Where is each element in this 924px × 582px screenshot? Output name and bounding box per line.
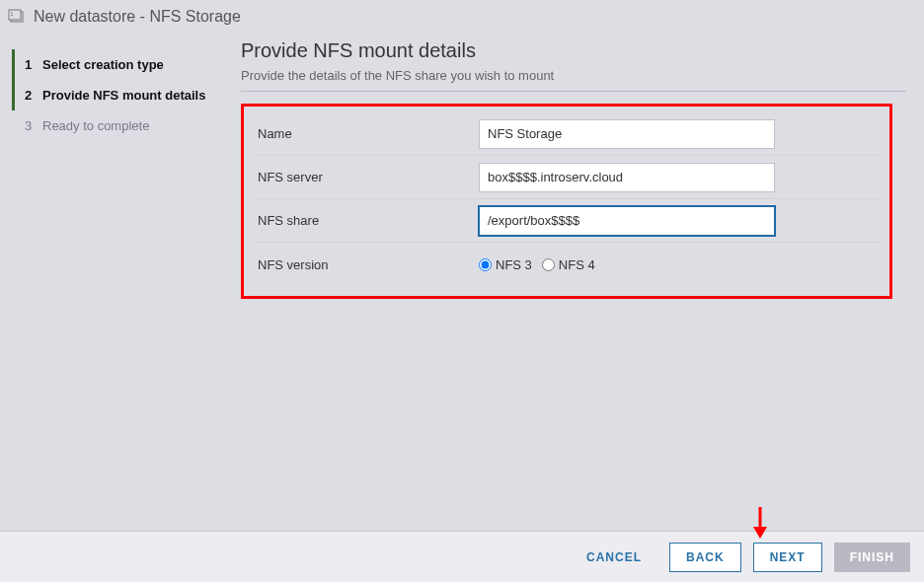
form-row-nfs-share: NFS share: [252, 199, 882, 243]
window-title: New datastore - NFS Storage: [34, 8, 241, 26]
nfs-server-input[interactable]: [479, 163, 775, 192]
svg-rect-1: [9, 10, 21, 20]
svg-point-3: [11, 15, 13, 17]
next-button[interactable]: Next: [753, 543, 822, 572]
nfs-share-input[interactable]: [479, 206, 775, 236]
form-highlight-box: Name NFS server NFS share: [241, 104, 892, 299]
wizard-dialog: New datastore - NFS Storage 1 Select cre…: [0, 0, 924, 582]
step-number: 1: [25, 57, 42, 72]
form-row-nfs-version: NFS version NFS 3 NFS 4: [252, 243, 882, 286]
nfs-version-label: NFS version: [252, 257, 479, 272]
nfs-version-nfs3-label: NFS 3: [496, 257, 532, 272]
form-row-name: Name: [252, 112, 882, 156]
arrow-down-annotation-icon: [750, 505, 770, 542]
step-number: 3: [25, 118, 42, 133]
nfs-version-nfs4-label: NFS 4: [559, 257, 595, 272]
step-label: Provide NFS mount details: [42, 88, 205, 103]
wizard-step-2[interactable]: 2 Provide NFS mount details: [12, 80, 229, 110]
wizard-footer: Cancel Back Next Finish: [0, 531, 924, 582]
svg-point-2: [11, 12, 13, 14]
cancel-button[interactable]: Cancel: [571, 543, 657, 572]
wizard-step-1[interactable]: 1 Select creation type: [12, 49, 229, 80]
nfs-version-nfs4-option[interactable]: NFS 4: [542, 257, 595, 272]
nfs-server-label: NFS server: [252, 170, 479, 184]
titlebar: New datastore - NFS Storage: [0, 0, 924, 32]
back-button[interactable]: Back: [669, 543, 741, 572]
wizard-steps-sidebar: 1 Select creation type 2 Provide NFS mou…: [12, 39, 229, 531]
dialog-body: 1 Select creation type 2 Provide NFS mou…: [0, 32, 924, 531]
finish-button: Finish: [834, 543, 910, 572]
wizard-content: Provide NFS mount details Provide the de…: [241, 39, 912, 531]
step-label: Select creation type: [42, 57, 164, 72]
nfs-version-nfs3-radio[interactable]: [479, 258, 492, 271]
form-row-nfs-server: NFS server: [252, 156, 882, 199]
page-subtitle: Provide the details of the NFS share you…: [241, 68, 906, 92]
nfs-version-nfs4-radio[interactable]: [542, 258, 555, 271]
wizard-step-3[interactable]: 3 Ready to complete: [12, 110, 229, 141]
name-input[interactable]: [479, 119, 775, 149]
name-label: Name: [252, 126, 479, 141]
datastore-stack-icon: [8, 9, 26, 25]
nfs-share-label: NFS share: [252, 213, 479, 228]
step-number: 2: [25, 88, 42, 103]
nfs-version-nfs3-option[interactable]: NFS 3: [479, 257, 532, 272]
step-label: Ready to complete: [42, 118, 149, 133]
page-heading: Provide NFS mount details: [241, 39, 906, 62]
svg-marker-5: [753, 527, 767, 539]
